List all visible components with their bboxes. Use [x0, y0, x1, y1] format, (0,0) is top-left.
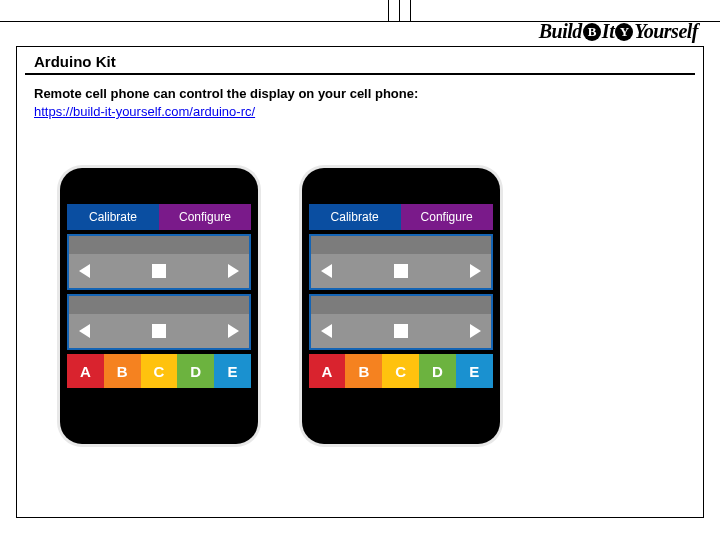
tab-calibrate[interactable]: Calibrate: [67, 204, 159, 230]
ruler-horizontal: [0, 0, 720, 22]
triangle-right-icon: [470, 324, 481, 338]
logo-word: Yourself: [634, 20, 698, 42]
tab-configure[interactable]: Configure: [159, 204, 251, 230]
button-a[interactable]: A: [309, 354, 346, 388]
phone-mockups: Calibrate Configure A: [60, 168, 540, 444]
slider-knob[interactable]: [394, 324, 408, 338]
button-row: A B C D E: [67, 354, 251, 388]
tab-row: Calibrate Configure: [309, 204, 493, 230]
phone-screen: Calibrate Configure A: [309, 204, 493, 414]
button-row: A B C D E: [309, 354, 493, 388]
button-b[interactable]: B: [104, 354, 141, 388]
phone-screen: Calibrate Configure A: [67, 204, 251, 414]
tab-configure[interactable]: Configure: [401, 204, 493, 230]
triangle-left-icon: [321, 324, 332, 338]
tab-row: Calibrate Configure: [67, 204, 251, 230]
slider-control[interactable]: [309, 294, 493, 350]
slider-knob[interactable]: [152, 264, 166, 278]
button-d[interactable]: D: [177, 354, 214, 388]
button-e[interactable]: E: [214, 354, 251, 388]
triangle-left-icon: [321, 264, 332, 278]
button-d[interactable]: D: [419, 354, 456, 388]
logo-word: It: [602, 20, 614, 42]
logo-dot: B: [583, 23, 601, 41]
button-c[interactable]: C: [141, 354, 178, 388]
phone-left: Calibrate Configure A: [60, 168, 258, 444]
slider-control[interactable]: [309, 234, 493, 290]
logo-word: Build: [539, 20, 582, 42]
logo-dot: Y: [615, 23, 633, 41]
slider-control[interactable]: [67, 234, 251, 290]
arduino-rc-link[interactable]: https://build-it-yourself.com/arduino-rc…: [34, 104, 255, 119]
triangle-right-icon: [228, 264, 239, 278]
triangle-left-icon: [79, 264, 90, 278]
brand-logo: BuildBItYYourself: [539, 20, 698, 43]
tab-calibrate[interactable]: Calibrate: [309, 204, 401, 230]
slider-knob[interactable]: [394, 264, 408, 278]
page-description: Remote cell phone can control the displa…: [34, 86, 418, 101]
slider-knob[interactable]: [152, 324, 166, 338]
phone-right: Calibrate Configure A: [302, 168, 500, 444]
slider-control[interactable]: [67, 294, 251, 350]
triangle-right-icon: [470, 264, 481, 278]
button-a[interactable]: A: [67, 354, 104, 388]
page-title: Arduino Kit: [34, 53, 116, 70]
triangle-left-icon: [79, 324, 90, 338]
triangle-right-icon: [228, 324, 239, 338]
button-e[interactable]: E: [456, 354, 493, 388]
horizontal-rule: [25, 73, 695, 75]
button-b[interactable]: B: [345, 354, 382, 388]
button-c[interactable]: C: [382, 354, 419, 388]
